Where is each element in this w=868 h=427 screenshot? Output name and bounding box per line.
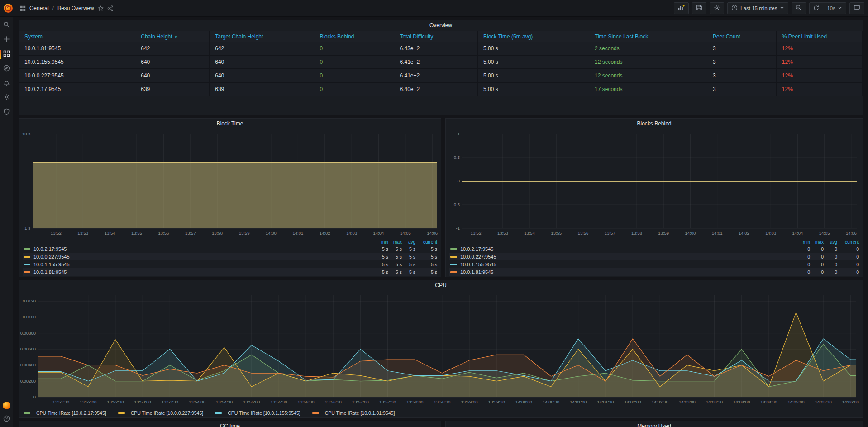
sidebar-item-help[interactable] [0, 416, 13, 423]
panel-title-overview[interactable]: Overview [19, 22, 863, 29]
column-header-blocks_behind[interactable]: Blocks Behind [314, 31, 394, 42]
add-panel-icon [678, 5, 685, 12]
star-icon[interactable] [98, 5, 104, 11]
series-color-swatch[interactable] [24, 256, 30, 258]
sidebar-item-configuration[interactable] [0, 94, 13, 102]
cell-system: 10.0.1.81:9545 [19, 42, 135, 55]
svg-text:13:59: 13:59 [658, 230, 669, 235]
block_time-chart-plot[interactable]: 13:5213:5313:5413:5513:5613:5713:5813:59… [19, 130, 441, 239]
legend-item[interactable]: CPU Time IRate [10.0.0.227:9545] [118, 410, 204, 416]
cell-blocks_behind: 0 [314, 69, 394, 82]
column-header-total_difficulty[interactable]: Total Difficulty [394, 31, 478, 42]
legend-series-name: CPU Time IRate [10.0.0.227:9545] [131, 410, 204, 416]
legend-stat-current[interactable]: current [415, 239, 437, 245]
refresh-interval-dropdown[interactable]: 10s [823, 3, 846, 14]
cpu-chart-plot[interactable]: 13:51:3013:52:0013:52:3013:53:0013:53:30… [19, 290, 863, 409]
legend-row: 10.0.1.155:95455 s5 s5 s5 s [23, 260, 437, 268]
legend-item[interactable]: CPU Time IRate [10.0.2.17:9545] [24, 410, 106, 416]
refresh-button[interactable] [810, 3, 823, 14]
series-color-swatch[interactable] [450, 248, 457, 250]
sidebar-item-server-admin[interactable] [0, 109, 13, 116]
legend-stat-current[interactable]: current [837, 239, 859, 245]
svg-text:13:54:00: 13:54:00 [189, 399, 205, 404]
cell-target_chain_height: 640 [210, 56, 314, 68]
chevron-down-icon [780, 5, 784, 11]
save-dashboard-button[interactable] [692, 2, 706, 14]
blocks_behind-chart-plot[interactable]: 13:5213:5313:5413:5513:5613:5713:5813:59… [446, 130, 863, 239]
series-color-swatch[interactable] [450, 271, 457, 273]
user-avatar[interactable] [3, 402, 10, 409]
sidebar-item-dashboards[interactable] [0, 51, 13, 58]
svg-text:14:05:30: 14:05:30 [815, 399, 832, 404]
breadcrumb-separator: / [52, 5, 54, 11]
legend-stat-value: 5 s [373, 254, 388, 259]
legend-stat-max[interactable]: max [388, 239, 402, 245]
series-color-swatch[interactable] [450, 256, 457, 258]
column-header-time_since[interactable]: Time Since Last Block [589, 31, 707, 42]
sidebar-item-alerting[interactable] [0, 80, 13, 87]
svg-text:13:58: 13:58 [212, 230, 223, 235]
cell-blocks_behind: 0 [314, 56, 394, 68]
panel-title-gc-time[interactable]: GC time [19, 423, 441, 427]
legend-stat-min[interactable]: min [373, 239, 388, 245]
legend-stat-value: 5 s [415, 246, 437, 252]
column-header-chain_height[interactable]: Chain Height∨ [135, 31, 210, 42]
legend-stat-avg[interactable]: avg [402, 239, 415, 245]
legend-series-name[interactable]: 10.0.2.17:9545 [33, 246, 373, 252]
svg-text:13:59: 13:59 [239, 230, 250, 235]
series-color-swatch[interactable] [24, 248, 30, 250]
zoom-out-button[interactable] [792, 2, 806, 14]
clock-icon [731, 5, 738, 12]
dashboard-grid-icon [20, 5, 26, 11]
legend-stat-avg[interactable]: avg [824, 239, 837, 245]
dashboard-settings-button[interactable] [710, 2, 724, 14]
grafana-logo[interactable] [2, 2, 14, 14]
time-range-picker[interactable]: Last 15 minutes [727, 2, 788, 14]
panel-title-blocks-behind[interactable]: Blocks Behind [446, 120, 863, 127]
add-panel-button[interactable] [674, 2, 689, 14]
cycle-view-mode-button[interactable] [849, 2, 864, 14]
svg-text:14:05: 14:05 [400, 230, 411, 235]
breadcrumb-folder[interactable]: General [29, 5, 49, 11]
svg-text:13:53:30: 13:53:30 [162, 399, 178, 404]
legend-stat-value: 0 [810, 269, 824, 275]
series-color-swatch[interactable] [24, 271, 30, 273]
column-header-target_chain_height[interactable]: Target Chain Height [210, 31, 314, 42]
share-icon[interactable] [107, 5, 113, 11]
legend-stat-value: 0 [837, 262, 859, 267]
legend-stat-max[interactable]: max [810, 239, 824, 245]
legend-item[interactable]: CPU Time IRate [10.0.1.81:9545] [312, 410, 395, 416]
column-header-peer_count[interactable]: Peer Count [707, 31, 777, 42]
sidebar-item-search[interactable] [0, 22, 13, 29]
breadcrumb-dashboard-title[interactable]: Besu Overview [57, 5, 94, 11]
legend-series-name[interactable]: 10.0.1.155:9545 [33, 262, 373, 267]
series-color-swatch[interactable] [24, 264, 30, 265]
series-color-swatch[interactable] [450, 264, 457, 265]
panel-title-block-time[interactable]: Block Time [19, 120, 441, 127]
column-header-peer_limit[interactable]: % Peer Limit Used [777, 31, 863, 42]
svg-text:13:56:30: 13:56:30 [325, 399, 342, 404]
legend-stat-value: 0 [824, 269, 837, 275]
legend-series-name[interactable]: 10.0.2.17:9545 [460, 246, 795, 252]
legend-series-name[interactable]: 10.0.0.227:9545 [460, 254, 795, 259]
legend-stat-value: 0 [837, 269, 859, 275]
legend-stat-min[interactable]: min [795, 239, 810, 245]
cell-peer_limit: 12% [777, 83, 863, 96]
panel-title-memory-used[interactable]: Memory Used [446, 423, 863, 427]
column-header-system[interactable]: System [19, 31, 135, 42]
sidebar-item-explore[interactable] [0, 65, 13, 73]
legend-series-name[interactable]: 10.0.1.81:9545 [460, 269, 795, 275]
legend-series-name[interactable]: 10.0.1.81:9545 [33, 269, 373, 275]
cell-total_difficulty: 6.41e+2 [394, 56, 478, 68]
panel-title-cpu[interactable]: CPU [19, 282, 863, 288]
sidebar-item-create[interactable] [0, 36, 13, 44]
legend-series-name[interactable]: 10.0.1.155:9545 [460, 262, 795, 267]
legend-series-name[interactable]: 10.0.0.227:9545 [33, 254, 373, 259]
column-header-block_time[interactable]: Block Time (5m avg) [478, 31, 589, 42]
gear-icon [3, 94, 10, 102]
legend-stat-value: 5 s [388, 246, 402, 252]
shield-icon [3, 108, 10, 117]
cpu-legend: CPU Time IRate [10.0.2.17:9545]CPU Time … [24, 410, 395, 416]
legend-item[interactable]: CPU Time IRate [10.0.1.155:9545] [215, 410, 300, 416]
cell-peer_limit: 12% [777, 69, 863, 82]
